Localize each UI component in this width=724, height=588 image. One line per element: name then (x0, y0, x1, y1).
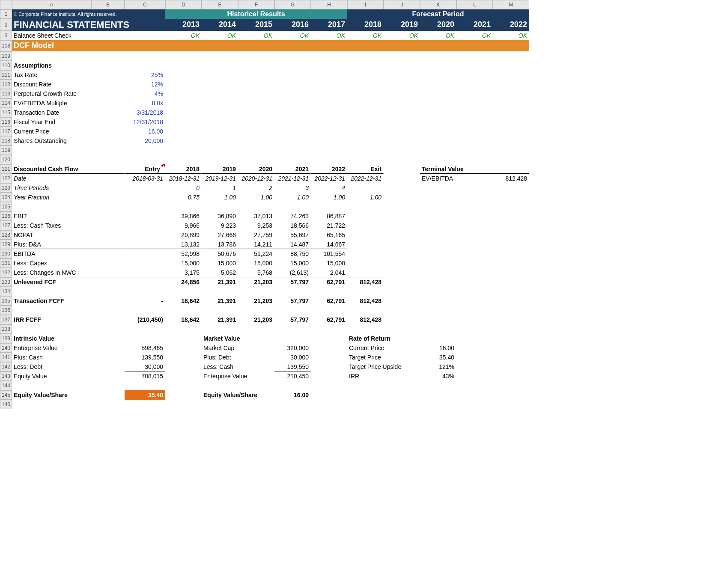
blank[interactable] (125, 268, 165, 277)
ebit-2019[interactable]: 36,890 (202, 211, 238, 221)
blank[interactable] (347, 230, 529, 240)
ebit-2022[interactable]: 86,887 (311, 211, 347, 221)
ev-ebitda-mult-value[interactable]: 8.0x (125, 98, 165, 108)
year-2019[interactable]: 2019 (384, 19, 420, 31)
blank[interactable] (384, 277, 529, 287)
ufcf-2021[interactable]: 57,797 (274, 277, 311, 287)
col-E[interactable]: E (202, 0, 238, 9)
tfcff-2019[interactable]: 21,391 (202, 296, 238, 306)
intrinsic-value-header[interactable]: Intrinsic Value (12, 334, 165, 343)
balance-sheet-check-label[interactable]: Balance Sheet Check (12, 31, 165, 40)
blank[interactable] (165, 117, 529, 127)
blank[interactable] (165, 371, 202, 381)
blank[interactable] (125, 249, 165, 258)
nopat-2022[interactable]: 65,165 (311, 230, 347, 240)
col-K[interactable]: K (420, 0, 456, 9)
ev-label[interactable]: Enterprise Value (12, 343, 125, 353)
target-upside-value[interactable]: 121% (420, 362, 456, 371)
tfcff-2022[interactable]: 62,791 (311, 296, 347, 306)
bs-check-2015[interactable]: OK (238, 31, 274, 40)
plus-debt-value[interactable]: 30,000 (274, 353, 311, 362)
dcf-y-2018[interactable]: 2018 (165, 164, 202, 174)
bs-check-2017[interactable]: OK (311, 31, 347, 40)
blank[interactable] (165, 136, 529, 146)
date-2021[interactable]: 2021-12-31 (274, 174, 311, 183)
row-118[interactable]: 118 (0, 136, 12, 146)
ufcf-label[interactable]: Unlevered FCF (12, 277, 125, 287)
less-debt-value[interactable]: 30,000 (125, 362, 165, 371)
blank[interactable] (125, 258, 165, 268)
ror-current-price-label[interactable]: Current Price (347, 343, 420, 353)
blank[interactable] (165, 127, 529, 136)
blank[interactable] (456, 353, 529, 362)
col-A[interactable]: A (12, 0, 91, 9)
row-137[interactable]: 137 (0, 315, 12, 324)
nwc-label[interactable]: Less: Changes in NWC (12, 268, 125, 277)
blank[interactable] (347, 240, 529, 249)
capex-label[interactable]: Less: Capex (12, 258, 125, 268)
col-F[interactable]: F (238, 0, 274, 9)
ufcf-2018[interactable]: 24,856 (165, 277, 202, 287)
row-130[interactable]: 130 (0, 249, 12, 258)
da-2018[interactable]: 13,132 (165, 240, 202, 249)
ebit-2021[interactable]: 74,263 (274, 211, 311, 221)
year-fraction-label[interactable]: Year Fraction (12, 193, 125, 202)
ebitda-2022[interactable]: 101,554 (311, 249, 347, 258)
nopat-2020[interactable]: 27,759 (238, 230, 274, 240)
blank[interactable] (165, 343, 202, 353)
blank[interactable] (165, 80, 529, 89)
irrfcff-2020[interactable]: 21,203 (238, 315, 274, 324)
entry-header[interactable]: Entry (125, 164, 165, 174)
year-2017[interactable]: 2017 (311, 19, 347, 31)
date-2020[interactable]: 2020-12-31 (238, 174, 274, 183)
bs-check-2016[interactable]: OK (274, 31, 311, 40)
row-126[interactable]: 126 (0, 211, 12, 221)
shares-outstanding-label[interactable]: Shares Outstanding (12, 136, 125, 146)
ebitda-2020[interactable]: 51,224 (238, 249, 274, 258)
row-143[interactable]: 143 (0, 371, 12, 381)
blank[interactable] (12, 400, 529, 409)
blank[interactable] (347, 258, 529, 268)
year-2013[interactable]: 2013 (165, 19, 202, 31)
market-ev-label[interactable]: Enterprise Value (202, 371, 274, 381)
row-121[interactable]: 121 (0, 164, 12, 174)
market-ev-value[interactable]: 210,450 (274, 371, 311, 381)
row-135[interactable]: 135 (0, 296, 12, 306)
evs-market-value[interactable]: 16.00 (274, 390, 311, 400)
blank[interactable] (347, 211, 529, 221)
terminal-value-header[interactable]: Terminal Value (420, 164, 529, 174)
market-value-header[interactable]: Market Value (202, 334, 311, 343)
tp-0[interactable]: 0 (165, 183, 202, 193)
row-142[interactable]: 142 (0, 362, 12, 371)
plus-debt-label[interactable]: Plus: Debt (202, 353, 274, 362)
taxes-2018[interactable]: 9,966 (165, 221, 202, 230)
year-2020[interactable]: 2020 (420, 19, 456, 31)
dcf-y-2021[interactable]: 2021 (274, 164, 311, 174)
market-cap-label[interactable]: Market Cap (202, 343, 274, 353)
blank[interactable] (12, 146, 529, 155)
rate-of-return-header[interactable]: Rate of Return (347, 334, 456, 343)
row-139[interactable]: 139 (0, 334, 12, 343)
blank[interactable] (347, 249, 529, 258)
row-132[interactable]: 132 (0, 268, 12, 277)
bs-check-2019[interactable]: OK (384, 31, 420, 40)
col-D[interactable]: D (165, 0, 202, 9)
blank[interactable] (384, 315, 529, 324)
tfcff-entry[interactable]: - (125, 296, 165, 306)
blank[interactable] (12, 202, 529, 211)
row-3[interactable]: 3 (0, 31, 12, 40)
nopat-2021[interactable]: 55,697 (274, 230, 311, 240)
col-H[interactable]: H (311, 0, 347, 9)
blank[interactable] (165, 108, 529, 117)
nopat-2019[interactable]: 27,668 (202, 230, 238, 240)
row-131[interactable]: 131 (0, 258, 12, 268)
ev-ebitda-mult-label[interactable]: EV/EBITDA Mulitple (12, 98, 125, 108)
tfcff-2020[interactable]: 21,203 (238, 296, 274, 306)
blank[interactable] (125, 193, 165, 202)
col-B[interactable]: B (91, 0, 125, 9)
blank-row[interactable] (12, 51, 529, 61)
ebitda-2021[interactable]: 88,750 (274, 249, 311, 258)
row-136[interactable]: 136 (0, 306, 12, 315)
tfcff-2018[interactable]: 18,642 (165, 296, 202, 306)
tp-3[interactable]: 3 (274, 183, 311, 193)
